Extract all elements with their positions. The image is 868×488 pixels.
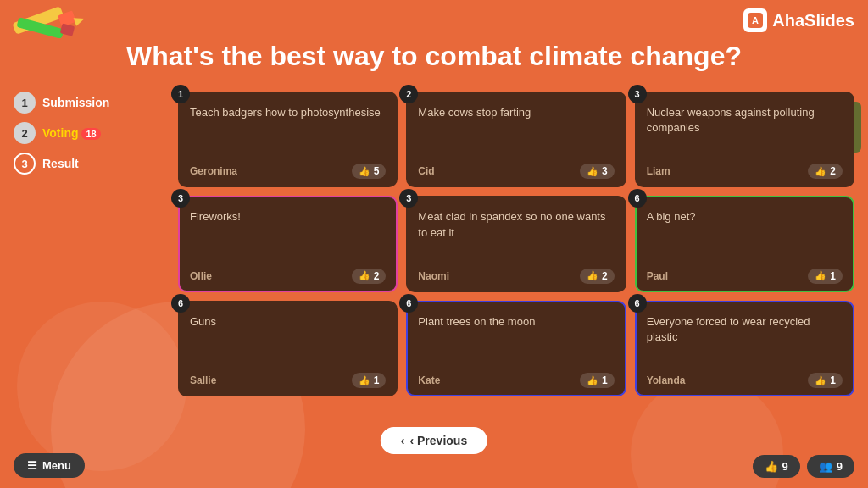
card-footer: Geronima 👍 5 xyxy=(190,164,386,179)
card-rank-badge: 6 xyxy=(399,294,418,313)
menu-icon: ☰ xyxy=(27,459,37,472)
card-rank-badge: 3 xyxy=(171,189,190,208)
card-rank-badge: 3 xyxy=(628,85,647,103)
sidebar-label-voting: Voting 18 xyxy=(42,126,101,140)
card-rank-badge: 1 xyxy=(171,85,190,103)
menu-label: Menu xyxy=(42,459,71,472)
sidebar-item-result[interactable]: 3 Result xyxy=(14,152,109,175)
card-rank-badge: 6 xyxy=(628,189,647,208)
thumbs-icon: 👍 xyxy=(765,460,778,473)
cards-grid: 1 Teach badgers how to photosynthesise G… xyxy=(178,92,854,396)
card-footer: Sallie 👍 1 xyxy=(190,373,386,388)
card-9: 6 Everyone forced to wear recycled plast… xyxy=(635,301,854,396)
card-author: Ollie xyxy=(190,270,212,282)
thumbs-up-icon: 👍 xyxy=(359,270,370,281)
sidebar-item-voting[interactable]: 2 Voting 18 xyxy=(14,122,109,144)
card-footer: Cid 👍 3 xyxy=(418,164,614,179)
card-text: Everyone forced to wear recycled plastic xyxy=(647,311,843,368)
card-8: 6 Plant trees on the moon Kate 👍 1 xyxy=(406,301,626,396)
card-text: Fireworks! xyxy=(190,206,386,263)
card-votes: 👍 1 xyxy=(580,373,615,388)
thumbs-up-icon: 👍 xyxy=(587,270,598,281)
card-1: 1 Teach badgers how to photosynthesise G… xyxy=(178,92,398,187)
pencil-icon xyxy=(8,4,85,38)
card-votes: 👍 2 xyxy=(580,269,615,284)
sidebar-label-result: Result xyxy=(42,157,79,170)
card-6: 6 A big net? Paul 👍 1 xyxy=(635,196,854,291)
bottom-right-stats: 👍 9 👥 9 xyxy=(753,455,854,478)
users-count: 9 xyxy=(837,460,843,473)
card-text: Make cows stop farting xyxy=(418,102,614,158)
thumbs-up-icon: 👍 xyxy=(359,375,370,386)
app-header: A AhaSlides xyxy=(743,8,854,32)
card-7: 6 Guns Sallie 👍 1 xyxy=(178,301,398,396)
card-text: Nuclear weapons against polluting compan… xyxy=(647,102,843,158)
card-author: Geronima xyxy=(190,165,237,177)
card-votes: 👍 1 xyxy=(808,269,843,284)
card-author: Paul xyxy=(647,270,668,282)
card-text: Teach badgers how to photosynthesise xyxy=(190,102,386,158)
card-5: 3 Meat clad in spandex so no one wants t… xyxy=(406,196,626,291)
thumbs-up-icon: 👍 xyxy=(587,166,598,177)
sidebar-num-1: 1 xyxy=(14,92,36,114)
card-rank-badge: 3 xyxy=(399,189,418,208)
thumbs-up-icon: 👍 xyxy=(587,375,598,386)
card-author: Yolanda xyxy=(647,374,686,386)
card-4: 3 Fireworks! Ollie 👍 2 xyxy=(178,196,398,291)
logo-icon: A xyxy=(743,8,767,32)
logo-text: AhaSlides xyxy=(772,11,854,30)
card-footer: Yolanda 👍 1 xyxy=(647,373,843,388)
card-votes: 👍 1 xyxy=(352,373,387,388)
menu-button[interactable]: ☰ Menu xyxy=(14,453,85,478)
previous-button[interactable]: ‹ ‹ Previous xyxy=(381,427,487,454)
card-author: Kate xyxy=(418,374,440,386)
card-footer: Kate 👍 1 xyxy=(418,373,614,388)
card-author: Liam xyxy=(647,165,670,177)
card-text: Meat clad in spandex so no one wants to … xyxy=(418,206,614,263)
card-author: Sallie xyxy=(190,374,216,386)
thumbs-up-icon: 👍 xyxy=(815,375,826,386)
sidebar-item-submission[interactable]: 1 Submission xyxy=(14,92,109,114)
card-author: Cid xyxy=(418,165,434,177)
thumbs-up-icon: 👍 xyxy=(815,166,826,177)
votes-count: 9 xyxy=(782,460,788,473)
bottom-left: ☰ Menu xyxy=(14,453,85,478)
card-footer: Liam 👍 2 xyxy=(647,164,843,179)
card-votes: 👍 5 xyxy=(352,164,387,179)
thumbs-up-icon: 👍 xyxy=(815,270,826,281)
question-title: What's the best way to combat climate ch… xyxy=(17,41,851,72)
svg-text:A: A xyxy=(752,15,759,25)
card-votes: 👍 2 xyxy=(808,164,843,179)
card-text: Guns xyxy=(190,311,386,368)
bg-decoration xyxy=(17,302,186,471)
card-votes: 👍 3 xyxy=(580,164,615,179)
card-2: 2 Make cows stop farting Cid 👍 3 xyxy=(406,92,626,187)
users-stat: 👥 9 xyxy=(807,455,854,478)
sidebar-num-2: 2 xyxy=(14,122,36,144)
card-footer: Ollie 👍 2 xyxy=(190,269,386,284)
card-text: A big net? xyxy=(647,206,843,263)
sidebar-label-submission: Submission xyxy=(42,96,109,109)
card-text: Plant trees on the moon xyxy=(418,311,614,368)
svg-marker-2 xyxy=(74,14,85,26)
card-rank-badge: 2 xyxy=(399,85,418,103)
previous-icon: ‹ xyxy=(401,434,405,447)
previous-label: ‹ Previous xyxy=(409,434,467,447)
card-rank-badge: 6 xyxy=(171,294,190,313)
votes-stat: 👍 9 xyxy=(753,455,800,478)
card-footer: Paul 👍 1 xyxy=(647,269,843,284)
card-3: 3 Nuclear weapons against polluting comp… xyxy=(635,92,854,187)
card-rank-badge: 6 xyxy=(628,294,647,313)
sidebar: 1 Submission 2 Voting 18 3 Result xyxy=(14,92,109,175)
sidebar-num-3: 3 xyxy=(14,152,36,175)
card-footer: Naomi 👍 2 xyxy=(418,269,614,284)
card-votes: 👍 1 xyxy=(808,373,843,388)
voting-badge: 18 xyxy=(81,128,100,140)
logo: A AhaSlides xyxy=(743,8,854,32)
users-icon: 👥 xyxy=(819,460,832,473)
card-votes: 👍 2 xyxy=(352,269,387,284)
card-author: Naomi xyxy=(418,270,449,282)
thumbs-up-icon: 👍 xyxy=(359,166,370,177)
